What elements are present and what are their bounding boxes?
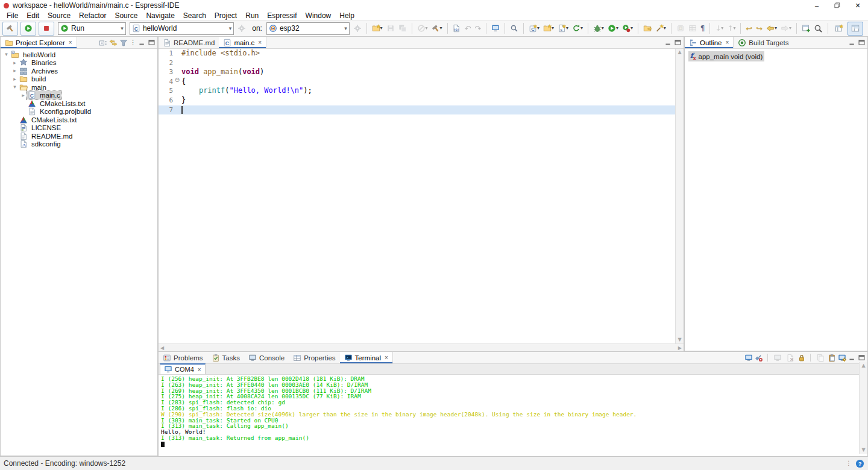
scroll-down-icon[interactable]: ▼ — [678, 337, 681, 342]
maximize-view-icon[interactable] — [148, 38, 156, 48]
tab-com4[interactable]: COM4× — [160, 363, 206, 374]
view-tab-console[interactable]: Console — [244, 352, 289, 363]
tree-item-readme-md[interactable]: README.md — [1, 132, 157, 140]
open-terminal-icon[interactable] — [744, 353, 753, 363]
filter-icon[interactable] — [119, 38, 128, 48]
tree-item-sdkconfig[interactable]: sdkconfig — [1, 140, 157, 149]
external-tools-icon[interactable]: ▾ — [654, 22, 667, 35]
status-overflow-icon[interactable]: ⋮ — [846, 460, 852, 466]
build-hammer-icon[interactable]: ▾ — [430, 22, 444, 35]
editor-tab-readme-md[interactable]: README.md — [159, 37, 219, 48]
tree-item-kconfig-projbuild[interactable]: Kconfig.projbuild — [1, 108, 157, 116]
run-icon[interactable]: ▾ — [606, 22, 620, 35]
view-tab-tasks[interactable]: Tasks — [207, 352, 244, 363]
new-folder-icon[interactable]: ▾ — [542, 22, 555, 35]
menu-refactor[interactable]: Refactor — [75, 11, 110, 20]
expander-icon[interactable]: ▾ — [11, 84, 18, 90]
help-notification-icon[interactable]: ? — [855, 459, 864, 468]
link-editor-icon[interactable] — [109, 38, 118, 48]
editor-horizontal-scrollbar[interactable]: ◀ ▶ — [159, 343, 684, 352]
tree-item-license[interactable]: LICENSE — [1, 124, 157, 133]
maximize-view-icon[interactable] — [858, 38, 866, 48]
scroll-right-icon[interactable]: ▶ — [678, 346, 682, 351]
tree-item-main-c[interactable]: ▸Cmain.c — [1, 92, 157, 100]
minimize-view-icon[interactable] — [848, 353, 856, 363]
view-tab-problems[interactable]: Problems — [159, 352, 207, 363]
pin-editor-icon[interactable] — [800, 22, 811, 35]
scroll-lock-icon[interactable] — [797, 353, 806, 363]
open-resource-icon[interactable] — [642, 22, 653, 35]
show-whitespace-icon[interactable]: ¶ — [699, 22, 706, 35]
close-icon[interactable]: × — [198, 366, 201, 373]
menu-run[interactable]: Run — [241, 11, 263, 20]
view-menu-icon[interactable]: ⋮ — [130, 38, 136, 48]
maximize-view-icon[interactable] — [858, 353, 866, 363]
menu-source[interactable]: Source — [43, 11, 75, 20]
window-restore-button[interactable] — [827, 0, 848, 11]
close-icon[interactable]: × — [258, 39, 262, 46]
menu-project[interactable]: Project — [210, 11, 241, 20]
tab-project-explorer[interactable]: Project Explorer× — [1, 37, 77, 48]
menu-edit[interactable]: Edit — [22, 11, 43, 20]
expander-icon[interactable]: ▾ — [3, 52, 10, 57]
launch-mode-combo[interactable]: Run▾ — [58, 22, 126, 35]
tree-item-archives[interactable]: ▸Archives — [1, 67, 157, 75]
close-icon[interactable]: × — [385, 354, 388, 361]
code-area[interactable]: 1#include <stdio.h>23void app_main(void)… — [159, 49, 675, 343]
project-tree[interactable]: ▾ChelloWorld▸Binaries▸Archives▸build▾mai… — [1, 49, 157, 148]
expander-icon[interactable]: ▸ — [11, 60, 18, 66]
expander-icon[interactable]: ▸ — [11, 77, 18, 82]
window-close-button[interactable]: ✕ — [848, 0, 868, 11]
disconnect-terminal-icon[interactable] — [755, 353, 763, 363]
binary-object-icon[interactable]: 010 — [451, 22, 462, 35]
menu-search[interactable]: Search — [179, 11, 210, 20]
new-wizard-icon[interactable]: ▾ — [371, 22, 384, 35]
tree-item-helloworld[interactable]: ▾ChelloWorld — [1, 51, 157, 59]
minimize-view-icon[interactable] — [138, 38, 146, 48]
outline-item-app-main[interactable]: fxapp_main void (void) — [688, 51, 764, 61]
outline-tab-build-targets[interactable]: Build Targets — [734, 37, 793, 48]
tree-item-cmakelists-txt[interactable]: CMakeLists.txt — [1, 99, 157, 108]
debug-icon[interactable]: ▾ — [592, 22, 605, 35]
tree-item-main[interactable]: ▾main — [1, 83, 157, 92]
c-search-icon[interactable] — [509, 22, 520, 35]
menu-file[interactable]: File — [2, 11, 22, 20]
build-button[interactable] — [2, 22, 18, 36]
view-tab-terminal[interactable]: >_Terminal× — [340, 352, 393, 363]
scroll-up-icon[interactable]: ▲ — [861, 363, 865, 368]
back-history-icon[interactable]: ▾ — [765, 22, 778, 35]
scroll-down-icon[interactable]: ▼ — [861, 448, 865, 453]
open-perspective-icon[interactable] — [832, 22, 846, 35]
new-espidf-project-icon[interactable]: C▾ — [527, 22, 541, 35]
cpp-perspective-icon[interactable] — [848, 22, 863, 36]
new-terminal-view-icon[interactable] — [838, 353, 846, 363]
coverage-icon[interactable]: ▾ — [621, 22, 634, 35]
launch-button[interactable] — [20, 22, 36, 36]
window-minimize-button[interactable]: – — [807, 0, 827, 11]
tree-item-build[interactable]: ▸build — [1, 75, 157, 84]
terminal-scrollbar[interactable]: ▲ ▼ — [859, 362, 867, 454]
new-c-file-icon[interactable]: c▾ — [556, 22, 570, 35]
minimize-view-icon[interactable] — [664, 38, 672, 48]
scroll-up-icon[interactable]: ▲ — [678, 50, 681, 55]
tree-item-binaries[interactable]: ▸Binaries — [1, 59, 157, 67]
editor-vertical-scrollbar[interactable]: ▲ ▼ — [675, 49, 684, 343]
outline-tab-outline[interactable]: Outline× — [685, 37, 734, 48]
refresh-lang-icon[interactable]: ▾ — [571, 22, 584, 35]
expander-icon[interactable]: ▸ — [20, 93, 27, 98]
maximize-view-icon[interactable] — [674, 38, 682, 48]
menu-help[interactable]: Help — [335, 11, 359, 20]
menu-espressif[interactable]: Espressif — [263, 11, 301, 20]
scroll-left-icon[interactable]: ◀ — [160, 346, 164, 351]
close-icon[interactable]: × — [69, 39, 72, 46]
open-terminal-icon[interactable] — [490, 22, 501, 35]
editor-tab-main-c[interactable]: Cmain.c× — [219, 37, 266, 48]
menu-source[interactable]: Source — [110, 11, 142, 20]
menu-window[interactable]: Window — [301, 11, 336, 20]
fold-marker-icon[interactable]: ⊖ — [173, 77, 181, 87]
menu-navigate[interactable]: Navigate — [142, 11, 178, 20]
launch-config-combo[interactable]: ChelloWorld▾ — [130, 22, 234, 35]
last-edit-location-icon[interactable]: ↩ — [744, 22, 753, 35]
next-edit-location-icon[interactable]: ↪ — [755, 22, 764, 35]
expander-icon[interactable]: ▸ — [11, 68, 18, 74]
